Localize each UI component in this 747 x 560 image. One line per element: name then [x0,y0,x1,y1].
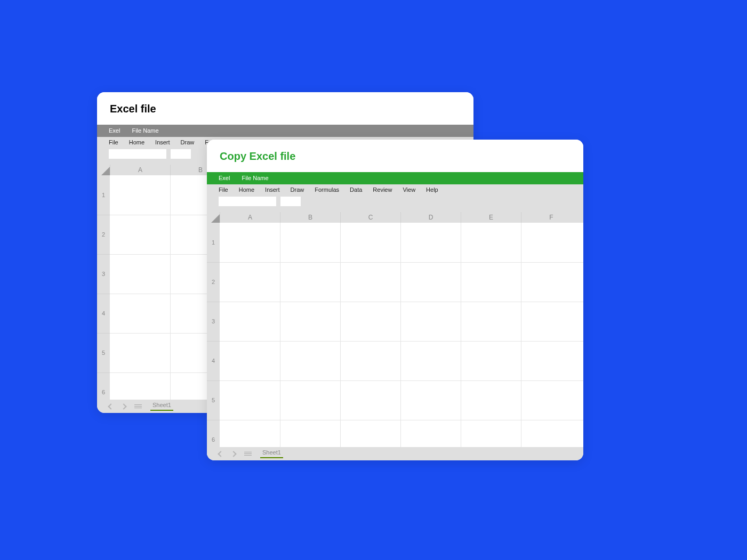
row-header[interactable]: 1 [207,223,220,262]
sheet-tab[interactable]: Sheet1 [260,449,283,458]
row-headers: 1 2 3 4 5 6 [97,175,110,400]
menu-insert[interactable]: Insert [155,139,170,145]
cell[interactable] [400,342,461,380]
menu-home[interactable]: Home [129,139,144,145]
menu-bar: File Home Insert Draw Formulas Data Revi… [207,184,583,196]
column-header[interactable]: A [110,165,170,175]
cell[interactable] [521,302,581,341]
select-all-corner[interactable] [97,165,110,175]
cell-reference-input[interactable] [109,149,166,159]
cell[interactable] [400,223,461,262]
cell[interactable] [280,302,340,341]
cell[interactable] [461,263,521,302]
app-ribbon: Exel File Name [207,172,583,184]
cell[interactable] [280,381,340,420]
cell[interactable] [400,302,461,341]
select-all-corner[interactable] [207,212,220,223]
row-header[interactable]: 1 [97,175,110,215]
spreadsheet-grid: A B C D E F 1 2 3 4 5 6 [207,212,583,448]
all-sheets-icon[interactable] [244,452,252,456]
row-header[interactable]: 4 [207,341,220,380]
row-header[interactable]: 5 [207,380,220,420]
row-header[interactable]: 3 [207,302,220,341]
menu-formulas[interactable]: Formulas [315,186,339,193]
formula-input[interactable] [171,149,191,159]
cell[interactable] [340,381,400,420]
row-header[interactable]: 2 [97,215,110,254]
status-bar: Sheet1 [207,447,583,460]
cell[interactable] [340,263,400,302]
row-header[interactable]: 2 [207,262,220,302]
cell[interactable] [521,263,581,302]
cell[interactable] [340,342,400,380]
row-headers: 1 2 3 4 5 6 [207,223,220,448]
cell[interactable] [280,420,340,448]
cell[interactable] [461,223,521,262]
sheet-tab[interactable]: Sheet1 [150,402,173,411]
cell[interactable] [220,263,280,302]
window-title: Excel file [110,103,461,115]
column-header[interactable]: B [280,212,340,223]
next-sheet-icon[interactable] [121,403,126,409]
cell[interactable] [340,223,400,262]
cell[interactable] [400,381,461,420]
cell[interactable] [220,223,280,262]
row-header[interactable]: 4 [97,294,110,333]
app-ribbon: Exel File Name [97,125,473,137]
menu-home[interactable]: Home [239,186,254,193]
column-header[interactable]: A [220,212,280,223]
menu-file[interactable]: File [109,139,118,145]
file-name-label: File Name [242,175,268,181]
cell[interactable] [110,175,170,215]
cell[interactable] [340,420,400,448]
formula-bar [207,196,583,212]
next-sheet-icon[interactable] [230,451,236,457]
title-bar: Copy Excel file [207,140,583,172]
cell[interactable] [400,263,461,302]
cell[interactable] [220,302,280,341]
cell[interactable] [521,342,581,380]
cell[interactable] [461,302,521,341]
row-header[interactable]: 6 [97,372,110,400]
cell[interactable] [280,342,340,380]
prev-sheet-icon[interactable] [218,451,223,457]
menu-view[interactable]: View [403,186,415,193]
cell[interactable] [110,334,170,372]
cell-reference-input[interactable] [219,197,276,206]
cell[interactable] [110,215,170,254]
prev-sheet-icon[interactable] [108,403,114,409]
cell[interactable] [340,302,400,341]
menu-draw[interactable]: Draw [181,139,195,145]
cell[interactable] [461,342,521,380]
cell[interactable] [280,263,340,302]
menu-help[interactable]: Help [426,186,438,193]
formula-input[interactable] [280,197,301,206]
column-header[interactable]: E [461,212,521,223]
cell[interactable] [400,420,461,448]
cell[interactable] [110,255,170,294]
cell[interactable] [110,294,170,333]
cell[interactable] [461,420,521,448]
column-header[interactable]: C [340,212,400,223]
menu-data[interactable]: Data [350,186,362,193]
cell[interactable] [280,223,340,262]
cell[interactable] [461,381,521,420]
excel-window-copy: Copy Excel file Exel File Name File Home… [207,140,583,460]
cell[interactable] [521,420,581,448]
menu-insert[interactable]: Insert [265,186,280,193]
row-header[interactable]: 6 [207,420,220,448]
cell[interactable] [521,381,581,420]
menu-review[interactable]: Review [373,186,392,193]
menu-file[interactable]: File [219,186,228,193]
cell[interactable] [220,381,280,420]
cell[interactable] [521,223,581,262]
cell[interactable] [110,373,170,400]
cell[interactable] [220,420,280,448]
column-header[interactable]: D [400,212,461,223]
row-header[interactable]: 5 [97,333,110,372]
menu-draw[interactable]: Draw [291,186,304,193]
all-sheets-icon[interactable] [134,404,142,408]
column-header[interactable]: F [521,212,581,223]
row-header[interactable]: 3 [97,254,110,294]
cell[interactable] [220,342,280,380]
